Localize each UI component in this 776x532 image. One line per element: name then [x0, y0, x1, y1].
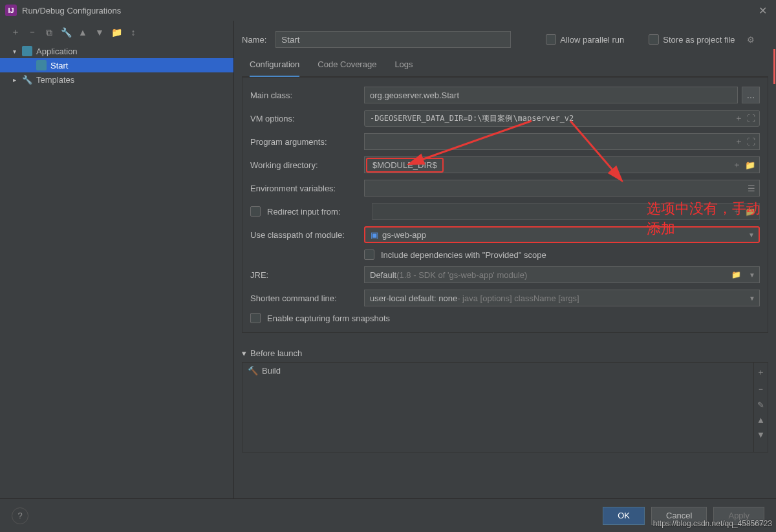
shorten-select[interactable]: user-local default: none - java [options…: [364, 290, 760, 306]
annotation-text: 选项中没有，手动 添加: [647, 199, 760, 239]
close-icon[interactable]: ✕: [755, 5, 771, 17]
run-config-icon: [36, 60, 47, 70]
tabs: Configuration Code Coverage Logs: [242, 53, 768, 77]
chevron-down-icon: ▼: [749, 295, 755, 302]
redirect-input-label: Redirect input from:: [267, 207, 365, 217]
hammer-icon: 🔨: [248, 366, 258, 376]
wrench-icon: 🔧: [22, 74, 32, 85]
folder-icon[interactable]: 📁: [731, 270, 741, 279]
wrench-icon[interactable]: 🔧: [61, 27, 71, 37]
shorten-label: Shorten command line:: [250, 293, 364, 303]
remove-icon[interactable]: －: [757, 383, 765, 395]
jre-label: JRE:: [250, 270, 364, 280]
include-provided-label: Include dependencies with "Provided" sco…: [381, 250, 546, 260]
tree-application[interactable]: ▾ Application: [0, 44, 233, 58]
copy-icon[interactable]: ⧉: [44, 27, 54, 37]
chevron-down-icon: ▼: [749, 271, 755, 279]
list-icon[interactable]: ☰: [748, 184, 755, 193]
allow-parallel-checkbox[interactable]: Allow parallel run: [546, 34, 624, 45]
sidebar-toolbar: ＋ － ⧉ 🔧 ▲ ▼ 📁 ↕: [0, 25, 233, 44]
browse-main-class-button[interactable]: …: [742, 87, 760, 103]
name-input[interactable]: [275, 31, 511, 48]
help-button[interactable]: ?: [12, 507, 28, 524]
store-project-label: Store as project file: [663, 35, 735, 45]
env-vars-input[interactable]: ☰: [364, 180, 760, 197]
down-icon[interactable]: ▼: [757, 430, 765, 440]
vm-options-label: VM options:: [250, 114, 364, 123]
fullscreen-icon[interactable]: ⛶: [747, 137, 755, 147]
watermark: https://blog.csdn.net/qq_45856723: [653, 519, 772, 528]
expand-icon[interactable]: ＋: [735, 112, 743, 124]
redirect-input-checkbox[interactable]: [250, 206, 261, 217]
checkbox-icon: [649, 34, 659, 45]
fullscreen-icon[interactable]: ⛶: [747, 114, 755, 123]
add-icon[interactable]: ＋: [757, 367, 765, 378]
working-dir-input[interactable]: $MODULE_DIR$ ＋ 📁: [364, 156, 760, 173]
chevron-right-icon: ▸: [13, 76, 22, 83]
up-icon[interactable]: ▲: [757, 415, 765, 425]
classpath-label: Use classpath of module:: [250, 230, 364, 240]
ok-button[interactable]: OK: [603, 507, 645, 525]
scrollbar-marker: [773, 49, 775, 84]
up-icon[interactable]: ▲: [78, 27, 88, 37]
env-vars-label: Environment variables:: [250, 184, 364, 193]
remove-icon[interactable]: －: [27, 27, 38, 37]
expand-icon[interactable]: ＋: [733, 159, 741, 171]
tree-start[interactable]: Start: [0, 58, 233, 72]
down-icon[interactable]: ▼: [94, 27, 105, 37]
tree-label: Application: [36, 47, 78, 56]
app-icon: IJ: [5, 5, 17, 16]
main-class-label: Main class:: [250, 90, 364, 100]
window-title: Run/Debug Configurations: [22, 6, 121, 16]
program-args-input[interactable]: ＋ ⛶: [364, 133, 760, 150]
edit-icon[interactable]: ✎: [757, 400, 764, 410]
chevron-down-icon: ▾: [13, 48, 22, 55]
application-icon: [22, 46, 32, 56]
main-class-input[interactable]: org.geoserver.web.Start: [364, 87, 738, 103]
working-dir-label: Working directory:: [250, 160, 364, 170]
program-args-label: Program arguments:: [250, 137, 364, 147]
tab-logs[interactable]: Logs: [394, 59, 413, 76]
sort-icon[interactable]: ↕: [128, 27, 138, 37]
include-provided-checkbox[interactable]: [364, 250, 374, 260]
enable-snapshots-checkbox[interactable]: [250, 313, 261, 323]
folder-icon[interactable]: 📁: [111, 27, 122, 37]
tab-code-coverage[interactable]: Code Coverage: [318, 59, 376, 76]
expand-icon[interactable]: ＋: [735, 136, 743, 147]
enable-snapshots-label: Enable capturing form snapshots: [267, 314, 390, 323]
module-icon: ▣: [371, 230, 378, 240]
tree-label: Start: [50, 61, 68, 70]
jre-select[interactable]: Default (1.8 - SDK of 'gs-web-app' modul…: [364, 266, 760, 283]
name-label: Name:: [242, 35, 266, 45]
config-tree: ▾ Application Start ▸ 🔧 Templates: [0, 44, 233, 498]
before-launch-header[interactable]: ▾ Before launch: [242, 345, 768, 362]
add-icon[interactable]: ＋: [10, 27, 21, 37]
folder-icon[interactable]: 📁: [745, 160, 755, 170]
chevron-down-icon: ▾: [242, 348, 246, 358]
allow-parallel-label: Allow parallel run: [560, 35, 624, 45]
checkbox-icon: [546, 34, 556, 45]
titlebar: IJ Run/Debug Configurations ✕: [0, 0, 776, 21]
before-launch-list: 🔨 Build ＋ － ✎ ▲ ▼: [242, 362, 768, 452]
before-launch-item[interactable]: 🔨 Build: [242, 363, 753, 378]
vm-options-input[interactable]: -DGEOSERVER_DATA_DIR=D:\项目案例\mapserver_v…: [364, 110, 760, 127]
tree-label: Templates: [36, 75, 74, 85]
gear-icon[interactable]: ⚙: [747, 35, 755, 45]
tab-configuration[interactable]: Configuration: [250, 59, 299, 77]
content-panel: Name: Allow parallel run Store as projec…: [234, 21, 776, 498]
store-project-checkbox[interactable]: Store as project file: [649, 34, 735, 45]
sidebar: ＋ － ⧉ 🔧 ▲ ▼ 📁 ↕ ▾ Application Start: [0, 21, 234, 498]
tree-templates[interactable]: ▸ 🔧 Templates: [0, 72, 233, 87]
